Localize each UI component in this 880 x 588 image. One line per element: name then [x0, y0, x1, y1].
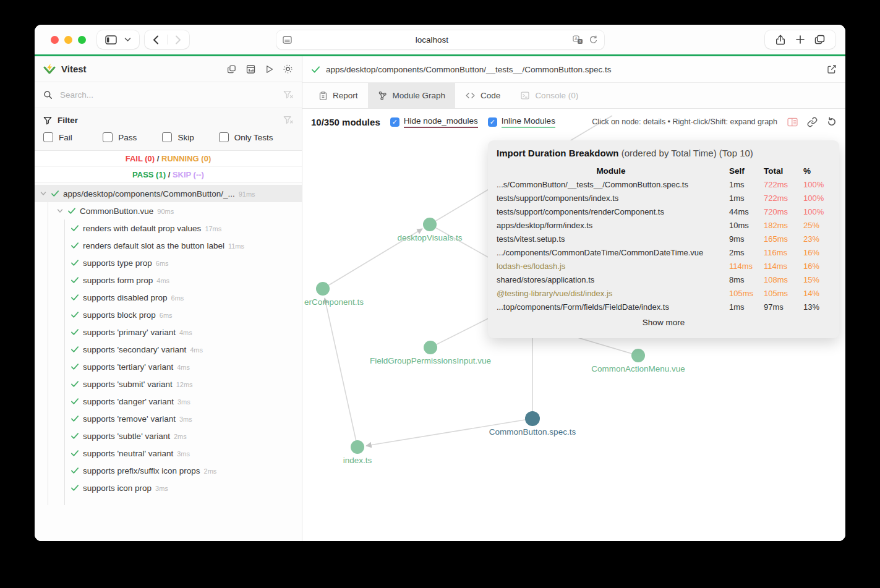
test-tree-row[interactable]: supports type prop 6ms: [35, 254, 302, 271]
filter-title: Filter: [58, 116, 278, 125]
breakdown-total: 722ms: [764, 180, 800, 189]
sidebar-toggle-icon[interactable]: [105, 35, 117, 45]
hide-node-modules-toggle[interactable]: ✓ Hide node_modules: [390, 116, 478, 128]
test-tree-row[interactable]: supports 'tertiary' variant 4ms: [35, 358, 302, 375]
tab-report[interactable]: Report: [309, 83, 368, 108]
vitest-logo-icon: [43, 63, 56, 75]
filter-checkbox-fail[interactable]: Fail: [43, 132, 103, 142]
test-name: supports block prop: [83, 310, 156, 320]
filter-checkbox-pass[interactable]: Pass: [103, 132, 162, 142]
module-graph-canvas[interactable]: desktopVisuals.tserComponent.tsFieldGrou…: [302, 109, 845, 541]
breakdown-pct: 16%: [803, 248, 831, 257]
checkbox-unchecked-icon[interactable]: [43, 132, 53, 142]
test-duration: 3ms: [177, 449, 190, 458]
zoom-button[interactable]: [78, 36, 86, 44]
search-input[interactable]: [59, 90, 277, 100]
pass-check-icon: [70, 415, 79, 422]
filter-checkboxes: FailPassSkipOnly Tests: [43, 132, 293, 142]
test-duration: 3ms: [179, 414, 192, 423]
clear-search-filter-icon[interactable]: [283, 90, 293, 100]
test-tree-row[interactable]: renders with default prop values 17ms: [35, 219, 302, 237]
breakdown-pct: 13%: [803, 302, 831, 312]
breakdown-self: 44ms: [729, 207, 760, 216]
tab-code[interactable]: Code: [455, 83, 510, 108]
collapse-panels-icon[interactable]: [226, 64, 237, 74]
test-tree: apps/desktop/components/CommonButton/_..…: [35, 183, 302, 541]
open-external-icon[interactable]: [827, 64, 837, 74]
test-tree-row[interactable]: CommonButton.vue 90ms: [35, 202, 302, 219]
report-icon: [318, 91, 328, 101]
tab-overview-icon[interactable]: [814, 35, 825, 45]
test-tree-row[interactable]: supports block prop 6ms: [35, 306, 302, 323]
chevron-down-icon[interactable]: [56, 207, 64, 215]
test-tree-row[interactable]: apps/desktop/components/CommonButton/_..…: [35, 185, 302, 202]
new-tab-icon[interactable]: [796, 35, 805, 44]
test-tree-row[interactable]: renders default slot as the button label…: [35, 237, 302, 254]
graph-node-CommonActionMenu-vue[interactable]: [631, 349, 645, 362]
dashboard-icon[interactable]: [246, 64, 256, 74]
sidebar-menu-chevron-icon[interactable]: [124, 37, 131, 42]
test-tree-row[interactable]: supports 'remove' variant 3ms: [35, 410, 302, 427]
test-tree-row[interactable]: supports 'primary' variant 4ms: [35, 323, 302, 341]
checkbox-unchecked-icon[interactable]: [219, 132, 229, 142]
show-more-button[interactable]: Show more: [497, 318, 831, 327]
graph-edge: [325, 298, 357, 447]
pass-check-icon: [70, 450, 79, 457]
test-name: supports type prop: [83, 258, 152, 268]
page-icon: [283, 36, 292, 44]
test-tree-row[interactable]: supports 'submit' variant 12ms: [35, 375, 302, 393]
filter-checkbox-only-tests[interactable]: Only Tests: [219, 132, 293, 142]
test-tree-row[interactable]: supports 'neutral' variant 3ms: [35, 445, 302, 462]
test-name: supports 'tertiary' variant: [83, 362, 173, 372]
chevron-down-icon[interactable]: [40, 190, 47, 197]
reload-icon[interactable]: [589, 35, 598, 45]
test-tree-row[interactable]: supports 'danger' variant 3ms: [35, 393, 302, 410]
run-all-icon[interactable]: [265, 64, 274, 74]
pass-check-icon: [311, 66, 320, 74]
inline-modules-label: Inline Modules: [502, 116, 555, 128]
graph-node-FieldGroupPermissionsInput-vue[interactable]: [424, 341, 437, 354]
browser-window: localhost Ax Vitest: [35, 25, 845, 541]
test-name: supports disabled prop: [83, 293, 168, 302]
test-tree-row[interactable]: supports disabled prop 6ms: [35, 289, 302, 306]
clear-filter-icon[interactable]: [283, 116, 293, 125]
reset-graph-icon[interactable]: [827, 117, 837, 127]
filter-checkbox-skip[interactable]: Skip: [162, 132, 218, 142]
address-bar[interactable]: localhost Ax: [276, 30, 604, 49]
checkbox-unchecked-icon[interactable]: [162, 132, 172, 142]
test-name: supports 'subtle' variant: [83, 432, 170, 441]
test-duration: 3ms: [177, 397, 190, 406]
tab-module-graph[interactable]: Module Graph: [368, 83, 456, 108]
checkbox-checked-icon[interactable]: ✓: [390, 117, 399, 127]
forward-button-icon[interactable]: [175, 35, 181, 45]
test-tree-row[interactable]: supports icon prop 3ms: [35, 479, 302, 496]
graph-node-erComponent-ts[interactable]: [316, 282, 330, 296]
test-tree-row[interactable]: supports prefix/suffix icon props 2ms: [35, 462, 302, 479]
pass-check-icon: [70, 484, 79, 492]
app-title: Vitest: [61, 64, 221, 74]
test-tree-row[interactable]: supports 'secondary' variant 4ms: [35, 341, 302, 358]
breakdown-total: Total: [764, 166, 800, 176]
link-icon[interactable]: [807, 117, 818, 127]
close-button[interactable]: [51, 36, 59, 44]
breakdown-pct: %: [803, 166, 831, 176]
minimize-button[interactable]: [64, 36, 72, 44]
breakdown-row: ...s/CommonButton/__tests__/CommonButton…: [497, 177, 831, 191]
graph-node-label: index.ts: [343, 456, 372, 465]
share-icon[interactable]: [775, 35, 785, 45]
breakdown-table-icon[interactable]: [787, 117, 798, 127]
test-tree-row[interactable]: supports 'subtle' variant 2ms: [35, 427, 302, 445]
checkbox-unchecked-icon[interactable]: [103, 132, 113, 142]
theme-toggle-icon[interactable]: [283, 64, 293, 74]
test-tree-row[interactable]: supports form prop 4ms: [35, 271, 302, 289]
graph-node-CommonButton-spec-ts[interactable]: [525, 411, 540, 426]
inline-modules-toggle[interactable]: ✓ Inline Modules: [488, 116, 555, 128]
graph-node-index-ts[interactable]: [351, 440, 364, 454]
test-name: CommonButton.vue: [80, 207, 153, 216]
breakdown-total: 116ms: [764, 248, 800, 257]
graph-node-desktopVisuals-ts[interactable]: [423, 218, 437, 231]
back-button-icon[interactable]: [153, 35, 159, 45]
checkbox-checked-icon[interactable]: ✓: [488, 117, 497, 127]
translate-icon[interactable]: Ax: [573, 35, 583, 45]
breakdown-pct: 14%: [803, 289, 831, 298]
